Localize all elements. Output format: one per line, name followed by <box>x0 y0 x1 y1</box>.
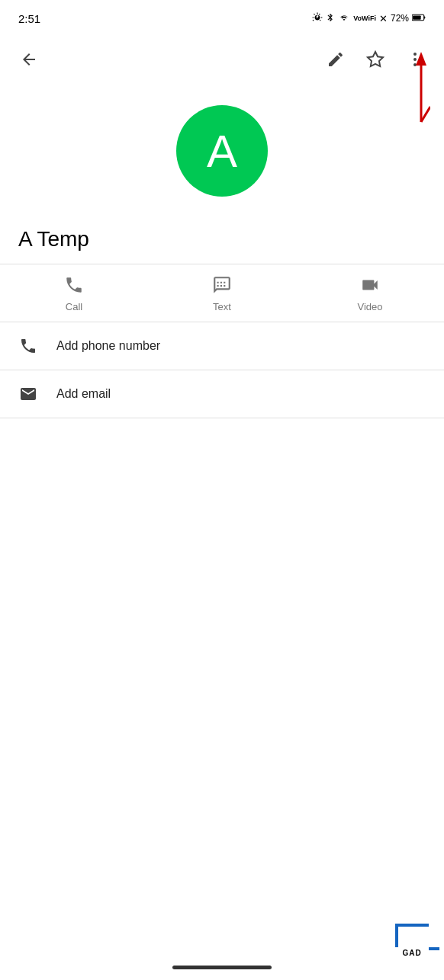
email-icon <box>18 384 38 404</box>
wifi-icon <box>338 13 350 24</box>
contact-name: A Temp <box>18 227 426 251</box>
add-phone-label: Add phone number <box>56 339 160 353</box>
text-icon <box>211 274 233 296</box>
favorite-button[interactable] <box>359 43 392 76</box>
text-label: Text <box>213 301 231 312</box>
no-signal-icon: ✕ <box>379 13 388 24</box>
svg-rect-1 <box>424 17 426 19</box>
home-indicator <box>172 966 272 969</box>
app-bar-actions <box>319 43 432 76</box>
alarm-icon <box>312 12 323 24</box>
contact-section: A <box>0 82 444 212</box>
status-bar: 2:51 VoWiFi ✕ 72% <box>0 0 444 37</box>
battery-icon <box>412 13 426 24</box>
avatar-initial: A <box>207 125 237 178</box>
divider-email <box>0 418 444 418</box>
call-label: Call <box>66 301 82 312</box>
call-action[interactable]: Call <box>0 274 148 312</box>
add-email-label: Add email <box>56 387 111 401</box>
vowifi-icon: VoWiFi <box>353 14 376 22</box>
svg-rect-2 <box>413 15 421 19</box>
watermark: GAD <box>391 924 433 957</box>
watermark-text: GAD <box>402 949 421 957</box>
app-bar-left <box>12 43 46 76</box>
bluetooth-icon <box>326 12 335 24</box>
avatar: A <box>176 105 268 197</box>
svg-marker-3 <box>368 52 383 66</box>
battery-pct: 72% <box>391 13 409 24</box>
add-email-item[interactable]: Add email <box>0 370 444 418</box>
video-action[interactable]: Video <box>296 274 444 312</box>
status-time: 2:51 <box>18 12 40 25</box>
edit-button[interactable] <box>319 43 352 76</box>
call-icon <box>63 274 85 296</box>
phone-icon <box>18 336 38 356</box>
watermark-logo <box>395 924 429 947</box>
more-options-button[interactable] <box>398 43 432 76</box>
svg-point-5 <box>413 58 417 61</box>
back-button[interactable] <box>12 43 46 76</box>
status-icons: VoWiFi ✕ 72% <box>312 12 426 24</box>
svg-point-6 <box>413 63 417 66</box>
text-action[interactable]: Text <box>148 274 296 312</box>
app-bar <box>0 37 444 82</box>
video-label: Video <box>357 301 382 312</box>
svg-point-4 <box>413 53 417 56</box>
add-phone-item[interactable]: Add phone number <box>0 322 444 370</box>
contact-name-section: A Temp <box>0 212 444 264</box>
action-row: Call Text Video <box>0 264 444 322</box>
video-icon <box>359 274 381 296</box>
